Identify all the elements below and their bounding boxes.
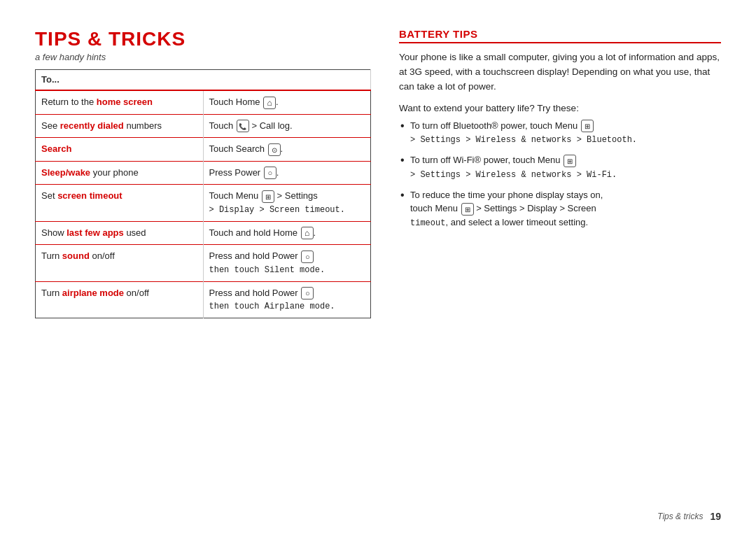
- table-instruction-cell: Touch Search .: [203, 138, 371, 162]
- menu-icon-display: [461, 203, 474, 216]
- keyword-sound: sound: [62, 251, 90, 261]
- power-icon-2: [301, 251, 314, 263]
- table-instruction-cell: Press and hold Power then touch Airplane…: [203, 281, 371, 318]
- table-action-cell: Turn sound on/off: [36, 245, 204, 281]
- table-instruction-cell: Press and hold Power then touch Silent m…: [203, 245, 371, 281]
- table-row: Turn sound on/off Press and hold Power t…: [36, 245, 371, 281]
- table-row: See recently dialed numbers Touch > Call…: [36, 114, 371, 138]
- table-action-cell: Set screen timeout: [36, 185, 204, 221]
- right-column: BATTERY TIPS Your phone is like a small …: [399, 28, 721, 515]
- instruction-mono-2: then touch Silent mode.: [209, 265, 326, 275]
- keyword-screen-timeout: screen timeout: [57, 190, 122, 201]
- page-footer: Tips & tricks 19: [657, 511, 721, 522]
- table-instruction-cell: Touch > Call log.: [203, 114, 371, 138]
- battery-intro-text: Your phone is like a small computer, giv…: [399, 50, 721, 94]
- keyword-airplane-mode: airplane mode: [62, 288, 124, 298]
- table-action-cell: Search: [36, 138, 204, 162]
- display-path: timeout: [410, 218, 445, 228]
- bt-path: > Settings > Wireless & networks > Bluet…: [410, 135, 637, 145]
- table-instruction-cell: Press Power .: [203, 161, 371, 185]
- table-row: Search Touch Search .: [36, 138, 371, 162]
- power-icon-3: [301, 287, 314, 299]
- phone-icon: [237, 120, 249, 132]
- table-instruction-cell: Touch Menu > Settings > Display > Screen…: [203, 185, 371, 221]
- footer-label: Tips & tricks: [657, 512, 703, 521]
- home-icon: [263, 97, 276, 109]
- battery-tip-item: To reduce the time your phone display st…: [399, 188, 721, 230]
- tips-table: To... Return to the home screen Touch Ho…: [35, 69, 371, 318]
- page-container: TIPS & TRICKS a few handy hints To... Re…: [0, 0, 756, 536]
- table-action-cell: Show last few apps used: [36, 221, 204, 245]
- table-row: Show last few apps used Touch and hold H…: [36, 221, 371, 245]
- battery-section-title: BATTERY TIPS: [399, 28, 721, 43]
- search-icon: [268, 143, 281, 156]
- table-row: Sleep/wake your phone Press Power .: [36, 161, 371, 185]
- menu-icon-wifi: [564, 155, 576, 167]
- footer-page-number: 19: [710, 511, 721, 522]
- table-row: Return to the home screen Touch Home .: [36, 90, 371, 114]
- battery-tip-item: To turn off Bluetooth® power, touch Menu…: [399, 119, 721, 147]
- home-icon-2: [301, 227, 314, 239]
- table-row: Set screen timeout Touch Menu > Settings…: [36, 185, 371, 221]
- table-action-cell: Turn airplane mode on/off: [36, 281, 204, 318]
- table-action-cell: See recently dialed numbers: [36, 114, 204, 138]
- keyword-last-few-apps: last few apps: [66, 227, 124, 238]
- page-subtitle: a few handy hints: [35, 52, 371, 62]
- table-instruction-cell: Touch and hold Home .: [203, 221, 371, 245]
- power-icon: [264, 167, 276, 179]
- table-instruction-cell: Touch Home .: [203, 90, 371, 114]
- menu-icon-bt: [581, 120, 594, 132]
- table-header-row: To...: [36, 70, 371, 91]
- table-row: Turn airplane mode on/off Press and hold…: [36, 281, 371, 318]
- menu-icon: [262, 190, 274, 203]
- table-action-cell: Return to the home screen: [36, 90, 204, 114]
- instruction-mono-3: then touch Airplane mode.: [209, 302, 335, 311]
- page-title: TIPS & TRICKS: [35, 28, 371, 50]
- table-action-cell: Sleep/wake your phone: [36, 161, 204, 185]
- keyword-sleep-wake: Sleep/wake: [41, 167, 90, 178]
- table-header-cell: To...: [36, 70, 371, 91]
- battery-tip-item: To turn off Wi-Fi® power, touch Menu > S…: [399, 153, 721, 181]
- battery-tips-list: To turn off Bluetooth® power, touch Menu…: [399, 119, 721, 230]
- keyword-search: Search: [41, 143, 71, 154]
- instruction-mono: > Display > Screen timeout.: [209, 205, 345, 215]
- wifi-path: > Settings > Wireless & networks > Wi-Fi…: [410, 170, 617, 180]
- battery-want-text: Want to extend your battery life? Try th…: [399, 103, 721, 113]
- keyword-recently-dialed: recently dialed: [60, 120, 124, 131]
- keyword-home: home screen: [97, 97, 153, 107]
- left-column: TIPS & TRICKS a few handy hints To... Re…: [35, 28, 371, 515]
